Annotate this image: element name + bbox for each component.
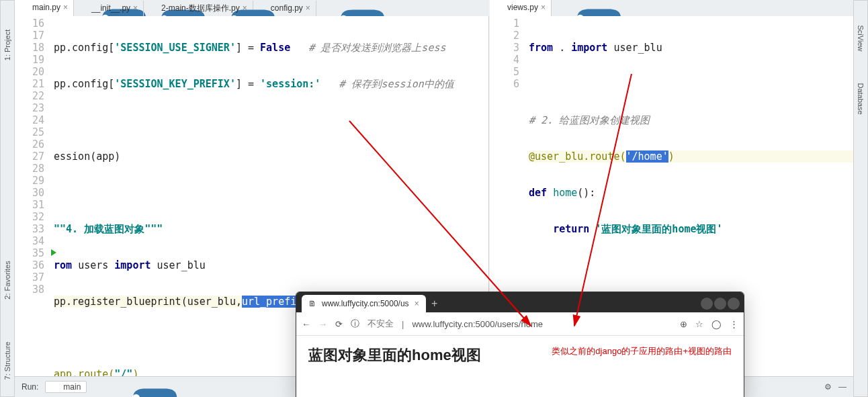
python-icon [259, 3, 268, 13]
tab-init-py[interactable]: __init__.py× [74, 1, 144, 16]
forward-button[interactable]: → [318, 319, 327, 329]
zoom-icon[interactable]: ⊕ [680, 319, 687, 329]
window-controls [697, 295, 744, 312]
tab-config-py[interactable]: config.py× [253, 1, 316, 16]
tab-label: 2-main-数据库操作.py [161, 3, 240, 14]
tab-label: main.py [32, 3, 60, 12]
close-icon[interactable]: × [415, 299, 419, 308]
tool-strip-right: SciView Database [853, 0, 868, 397]
browser-window: 🗎 www.luffycity.cn:5000/us × + ← → ⟳ ⓘ 不… [296, 292, 744, 397]
run-config[interactable]: main [45, 381, 87, 393]
browser-tabstrip: 🗎 www.luffycity.cn:5000/us × + [296, 292, 744, 312]
annotation-text: 类似之前的django的子应用的路由+视图的路由 [552, 345, 732, 357]
toolwin-project[interactable]: 1: Project [3, 30, 11, 60]
selection-url-prefix: url_prefix [242, 296, 302, 308]
python-icon [149, 3, 159, 13]
python-icon [79, 3, 89, 13]
gear-icon[interactable]: ⚙ [824, 382, 832, 392]
address-bar[interactable]: www.luffycity.cn:5000/users/home [412, 319, 672, 329]
close-icon[interactable]: × [243, 3, 247, 13]
gutter-left: 1617181920212223242526272829303132333435… [15, 16, 50, 377]
toolwin-database[interactable]: Database [857, 83, 865, 114]
browser-viewport: 蓝图对象里面的home视图 类似之前的django的子应用的路由+视图的路由 [296, 336, 744, 397]
run-title: Run: [15, 382, 45, 392]
bookmark-icon[interactable]: ☆ [695, 319, 703, 329]
tab-label: views.py [507, 3, 538, 12]
window-maximize[interactable] [714, 298, 726, 310]
tool-strip-left: 1: Project 2: Favorites 7: Structure [0, 0, 15, 397]
security-warning: 不安全 [367, 318, 394, 330]
back-button[interactable]: ← [302, 319, 310, 329]
separator: | [402, 319, 404, 329]
selection-home: '/home' [626, 150, 668, 163]
browser-tab[interactable]: 🗎 www.luffycity.cn:5000/us × [302, 295, 426, 312]
reload-button[interactable]: ⟳ [335, 319, 343, 329]
profile-icon[interactable]: ◯ [711, 319, 722, 329]
tab-dbops-py[interactable]: 2-main-数据库操作.py× [144, 1, 253, 16]
window-minimize[interactable] [701, 298, 713, 310]
browser-toolbar: ← → ⟳ ⓘ 不安全 | www.luffycity.cn:5000/user… [296, 312, 744, 336]
tab-main-py[interactable]: main.py× [15, 0, 74, 17]
python-icon [51, 382, 60, 392]
close-icon[interactable]: × [63, 3, 68, 12]
run-config-label: main [63, 382, 81, 392]
close-icon[interactable]: × [541, 3, 546, 12]
tab-label: __init__.py [91, 3, 130, 13]
toolwin-favorites[interactable]: 2: Favorites [3, 261, 11, 299]
toolwin-structure[interactable]: 7: Structure [3, 342, 11, 380]
python-icon [20, 3, 30, 12]
site-info-icon[interactable]: ⓘ [351, 318, 359, 330]
window-close[interactable] [728, 298, 740, 310]
page-icon: 🗎 [308, 299, 316, 308]
browser-tab-title: www.luffycity.cn:5000/us [322, 299, 409, 308]
menu-icon[interactable]: ⋮ [730, 319, 738, 329]
close-icon[interactable]: × [133, 3, 138, 13]
close-icon[interactable]: × [306, 3, 310, 13]
editor-tabs-right: views.py× [490, 0, 853, 17]
new-tab-button[interactable]: + [426, 295, 443, 312]
tab-views-py[interactable]: views.py× [490, 0, 552, 17]
tab-label: config.py [271, 3, 303, 13]
editor-tabs-left: main.py× __init__.py× 2-main-数据库操作.py× c… [15, 0, 488, 17]
toolwin-sciview[interactable]: SciView [857, 26, 865, 52]
python-icon [495, 3, 505, 12]
minimize-icon[interactable]: — [838, 382, 847, 392]
